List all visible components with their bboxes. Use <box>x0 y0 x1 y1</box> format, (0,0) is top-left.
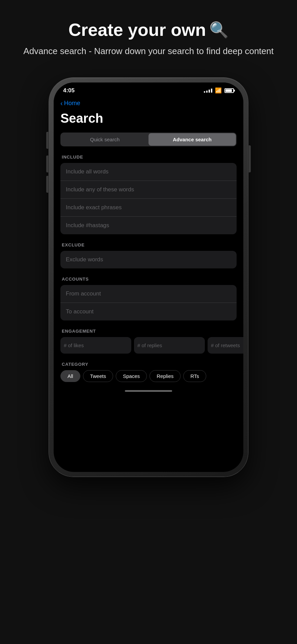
include-exact-phrases-input[interactable] <box>60 199 237 217</box>
hero-title: Create your own 🔍 <box>14 20 284 40</box>
category-pill-tweets[interactable]: Tweets <box>83 370 113 382</box>
signal-icon <box>204 89 212 93</box>
exclude-section-label: EXCLUDE <box>62 242 237 247</box>
category-pills: All Tweets Spaces Replies RTs <box>60 370 237 382</box>
tab-advance-search[interactable]: Advance search <box>148 133 236 146</box>
page-title: Search <box>60 111 237 126</box>
include-all-words-input[interactable] <box>60 163 237 181</box>
phone-inner: 4:05 📶 ‹ <box>54 82 243 472</box>
hero-subtitle: Advance search - Narrow down your search… <box>14 45 284 57</box>
phone-outer: 4:05 📶 ‹ <box>49 78 248 477</box>
back-nav-label: Home <box>64 100 80 107</box>
include-input-group <box>60 163 237 234</box>
notch <box>123 82 174 93</box>
retweets-input[interactable] <box>208 337 243 354</box>
category-pill-spaces[interactable]: Spaces <box>116 370 147 382</box>
phone-mockup: 4:05 📶 ‹ <box>49 78 248 477</box>
include-any-words-input[interactable] <box>60 181 237 199</box>
status-icons: 📶 <box>204 87 234 94</box>
category-pill-all[interactable]: All <box>60 370 80 382</box>
hero-title-text: Create your own <box>69 20 206 40</box>
include-section-label: INCLUDE <box>62 154 237 160</box>
from-account-input[interactable] <box>60 285 237 303</box>
wifi-icon: 📶 <box>215 87 222 94</box>
replies-input[interactable] <box>134 337 205 354</box>
exclude-input-group <box>60 251 237 268</box>
status-bar: 4:05 📶 <box>54 82 243 97</box>
accounts-input-group <box>60 285 237 320</box>
back-chevron-icon: ‹ <box>60 99 63 107</box>
exclude-words-input[interactable] <box>60 251 237 268</box>
battery-fill <box>225 89 232 92</box>
status-time: 4:05 <box>63 87 75 94</box>
home-indicator <box>125 390 172 392</box>
hero-section: Create your own 🔍 Advance search - Narro… <box>0 0 297 68</box>
category-pill-replies[interactable]: Replies <box>150 370 181 382</box>
engagement-row <box>60 337 237 354</box>
back-nav[interactable]: ‹ Home <box>60 97 237 111</box>
likes-input[interactable] <box>60 337 131 354</box>
to-account-input[interactable] <box>60 303 237 320</box>
magnifier-icon: 🔍 <box>209 21 228 39</box>
category-pill-rts[interactable]: RTs <box>183 370 206 382</box>
accounts-section-label: ACCOUNTS <box>62 277 237 282</box>
include-hashtags-input[interactable] <box>60 217 237 234</box>
search-tabs: Quick search Advance search <box>60 133 237 146</box>
phone-content: ‹ Home Search Quick search Advance searc… <box>54 97 243 402</box>
battery-icon <box>224 88 234 93</box>
tab-quick-search[interactable]: Quick search <box>61 133 148 146</box>
engagement-section-label: ENGAGEMENT <box>62 329 237 334</box>
category-section-label: CATEGORY <box>62 362 237 367</box>
category-section: CATEGORY All Tweets Spaces Replies RTs <box>60 362 237 382</box>
